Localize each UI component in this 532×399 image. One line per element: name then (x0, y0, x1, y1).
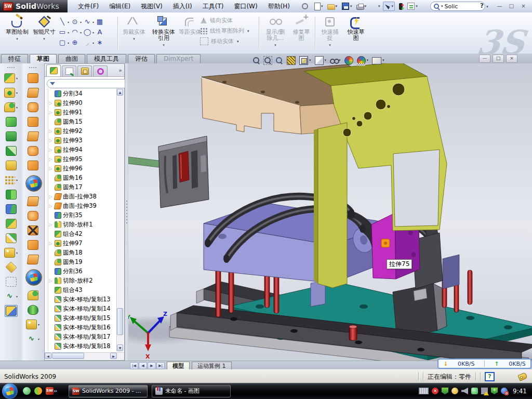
graphics-area[interactable]: Y Z X (128, 63, 532, 361)
features-tool-button-8[interactable] (5, 189, 18, 201)
surfaces-tool-button-12[interactable] (26, 254, 39, 265)
search-input[interactable]: ▾ Solic (430, 2, 485, 11)
dropdown-icon[interactable]: ▾ (16, 91, 18, 95)
dropdown-icon[interactable]: ▾ (378, 4, 380, 8)
tab-nav-prev[interactable]: ◀ (139, 362, 147, 369)
stop-badge-icon[interactable] (501, 388, 508, 394)
taskbar-task[interactable]: 未命名 - 画图 (152, 385, 231, 397)
dropdown-icon[interactable]: ▾ (92, 41, 94, 45)
appearance-button[interactable] (344, 56, 353, 65)
sketch-entity-8[interactable]: ▢▾ (58, 37, 71, 48)
tree-item[interactable]: 分割34 (48, 89, 121, 98)
features-tool-button-13[interactable] (5, 261, 18, 273)
tree-item[interactable]: 圆角19 (48, 257, 121, 267)
tree-item[interactable]: 分割35 (48, 210, 121, 220)
tree-item[interactable]: ▷拉伸92 (48, 126, 121, 136)
tab-模具工具[interactable]: 模具工具 (87, 54, 126, 63)
core-block[interactable] (158, 136, 209, 208)
dropdown-icon[interactable]: ▾ (16, 76, 18, 80)
dropdown-icon[interactable]: ▾ (16, 295, 18, 298)
print-button[interactable]: ▾ (355, 2, 368, 11)
tree-item[interactable]: ▷拉伸95 (48, 154, 121, 164)
features-tool-button-14[interactable] (5, 276, 18, 288)
locating-pin[interactable] (349, 325, 357, 340)
tree-item[interactable]: ▷拉伸90 (48, 98, 121, 108)
features-tool-button-7[interactable]: ▾ (3, 174, 19, 186)
dropdown-icon[interactable]: ▾ (416, 4, 418, 8)
messenger-quicklaunch-icon[interactable] (23, 387, 31, 395)
taskbar-task[interactable]: SWSolidWorks 2009 - ... (69, 385, 148, 397)
launcher-quicklaunch-icon[interactable] (34, 387, 42, 395)
dropdown-icon[interactable]: ▾ (68, 41, 69, 45)
minimize-button[interactable]: — (495, 2, 504, 10)
features-tool-button-3[interactable] (5, 116, 18, 128)
sketch-entity-2[interactable]: ∿▾ (83, 17, 96, 27)
previous-view-button[interactable] (275, 57, 283, 64)
surfaces-tool-button-11[interactable] (26, 239, 39, 251)
tree-item[interactable]: 实体-移动/复制15 (48, 313, 121, 323)
surfaces-tool-button-3[interactable] (26, 116, 39, 128)
more-button[interactable] (420, 2, 431, 11)
model-tab-运动算例 1[interactable]: 运动算例 1 (192, 362, 232, 370)
menu-item-6[interactable]: 帮助(H) (263, 1, 295, 12)
dropdown-icon[interactable]: ▾ (68, 20, 69, 24)
status-help-icon[interactable]: ? (485, 372, 495, 381)
features-tool-button-4[interactable] (5, 130, 18, 142)
menu-item-1[interactable]: 编辑(E) (104, 1, 136, 12)
menu-item-3[interactable]: 插入(I) (168, 1, 197, 12)
tree-item[interactable]: 组合42 (48, 229, 121, 238)
view-orientation-button[interactable]: ▾ (299, 56, 311, 65)
stoplight-button[interactable] (396, 2, 404, 11)
tree-vertical-scrollbar[interactable]: ▲ ▼ (116, 89, 124, 351)
tree-item[interactable]: 实体-移动/复制16 (48, 323, 121, 332)
dropdown-icon[interactable]: ▾ (16, 105, 18, 109)
tab-草图[interactable]: 草图 (30, 54, 57, 63)
help-button[interactable]: ? ▾ (480, 2, 488, 9)
tree-item[interactable]: ▷切除-放样1 (48, 220, 121, 229)
dropdown-icon[interactable]: ▾ (247, 29, 249, 33)
dropdown-icon[interactable]: ▾ (92, 20, 94, 24)
antivirus-icon[interactable] (491, 388, 498, 394)
tree-item[interactable]: ▷拉伸91 (48, 108, 121, 117)
view-setting-button[interactable]: ▾ (372, 56, 384, 64)
surfaces-tool-button-6[interactable] (26, 159, 39, 171)
search-dropdown-icon[interactable]: ▾ (441, 4, 443, 8)
section-view-button[interactable] (287, 56, 296, 65)
tab-特征[interactable]: 特征 (1, 54, 28, 63)
tree-item[interactable]: ▷拉伸97 (48, 238, 121, 248)
scroll-right-button[interactable]: ▶ (110, 353, 117, 359)
features-tool-button-12[interactable]: ▾ (3, 247, 19, 259)
sketch-button[interactable]: 草图绘制▾ (4, 15, 30, 50)
surfaces-tool-button-0[interactable] (26, 72, 39, 84)
features-tool-button-15[interactable]: ▾ (3, 290, 19, 302)
display-style-button[interactable]: ▾ (315, 56, 327, 65)
feature-filter-box[interactable] (47, 79, 136, 88)
tree-item[interactable]: 圆角17 (48, 182, 121, 192)
keyboard-layout-icon[interactable] (419, 388, 429, 394)
tree-item[interactable]: ▷切除-放样2 (48, 276, 121, 285)
features-tool-button-6[interactable] (5, 159, 18, 171)
tab-评估[interactable]: 评估 (128, 54, 155, 63)
scroll-down-button[interactable]: ▼ (117, 344, 123, 351)
surfaces-tool-button-14[interactable] (26, 289, 39, 301)
tag-icon[interactable] (517, 372, 527, 381)
tree-item[interactable]: 分割36 (48, 267, 121, 276)
tree-item[interactable]: 实体-移动/复制18 (48, 341, 121, 351)
dropdown-icon[interactable]: ▾ (16, 178, 18, 182)
scene-button[interactable]: ▾ (357, 56, 369, 65)
document-restore-button[interactable]: □ (493, 55, 504, 63)
surfaces-tool-button-10[interactable] (26, 224, 39, 236)
sketch-entity-5[interactable]: ◠▾ (71, 27, 83, 37)
sync-icon[interactable] (471, 388, 478, 394)
scroll-up-button[interactable]: ▲ (117, 89, 123, 96)
dropdown-icon[interactable]: ▾ (336, 4, 338, 8)
surfaces-tool-button-15[interactable] (26, 304, 39, 316)
sketch-entity-9[interactable]: ⊕ (71, 37, 83, 48)
scroll-left-button[interactable]: ◀ (45, 353, 51, 359)
select-button[interactable]: ▾ (383, 2, 395, 11)
tab-nav-next[interactable]: ▶ (148, 362, 156, 369)
tree-item[interactable]: ▷曲面-拉伸39 (48, 201, 121, 210)
taskbar-clock[interactable]: 9:41 (513, 388, 527, 395)
dropdown-icon[interactable]: ▾ (365, 4, 367, 8)
sketch-entity-4[interactable]: ▭▾ (58, 27, 71, 37)
